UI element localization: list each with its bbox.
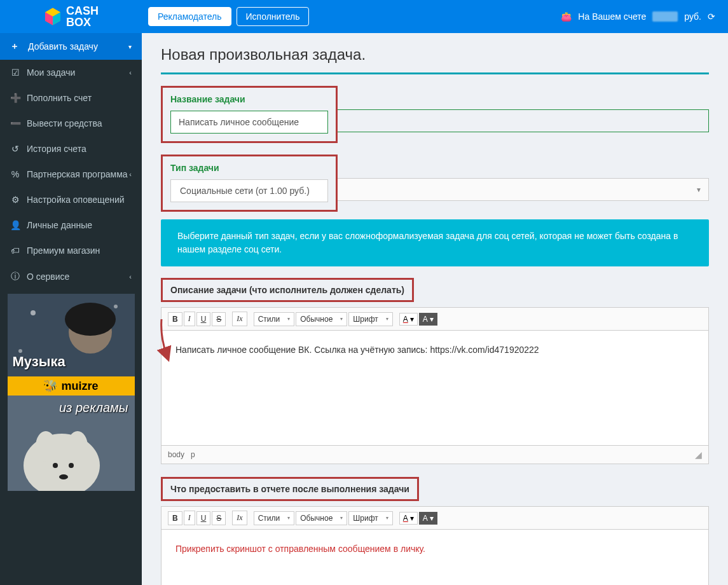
task-name-label: Название задачи: [170, 94, 328, 104]
add-task-label: Добавить задачу: [28, 41, 98, 52]
info-message: Выберите данный тип задач, если у вас сл…: [161, 219, 709, 266]
description-heading: Описание задачи (что исполнитель должен …: [161, 278, 414, 302]
bg-color-button[interactable]: A▾: [419, 313, 437, 326]
promo-image-top: Музыка: [8, 294, 135, 376]
sidebar-item-my-tasks[interactable]: ☑ Мои задачи ‹: [0, 60, 142, 85]
promo-text-ads: из рекламы: [59, 401, 128, 415]
sidebar-item-profile[interactable]: 👤 Личные данные: [0, 212, 142, 238]
sidebar-item-label: История счета: [27, 144, 86, 154]
plus-square-icon: ➕: [10, 93, 20, 103]
description-textarea[interactable]: Написать личное сообщение ВК. Ссылка на …: [161, 331, 708, 445]
strike-button[interactable]: S: [212, 312, 226, 326]
clear-format-button[interactable]: Ix: [232, 312, 247, 326]
plus-icon: ＋: [10, 41, 19, 52]
task-type-block: Тип задачи Социальные сети (от 1.00 руб.…: [161, 155, 338, 212]
sidebar-item-label: Премиум магазин: [27, 245, 100, 256]
title-divider: [161, 72, 709, 74]
logo-text: CASH BOX: [66, 5, 99, 28]
dropdown-caret-icon: ▼: [696, 186, 702, 193]
sidebar-item-label: Пополнить счет: [27, 93, 92, 103]
main-content: Новая произвольная задача. Название зада…: [142, 33, 728, 585]
sidebar-item-notifications[interactable]: ⚙ Настройка оповещений: [0, 187, 142, 212]
minus-square-icon: ➖: [10, 118, 20, 128]
task-type-label: Тип задачи: [170, 163, 328, 173]
sidebar-item-withdraw[interactable]: ➖ Вывести средства: [0, 111, 142, 136]
annotation-arrow-icon: [156, 318, 175, 362]
chevron-left-icon: ‹: [129, 273, 132, 280]
sliders-icon: ⚙: [10, 195, 20, 205]
editor-footer: body p ◢: [161, 445, 708, 464]
format-dropdown[interactable]: Обычное▾: [296, 312, 347, 326]
refresh-icon[interactable]: ⟳: [708, 11, 715, 22]
logo-cube-icon: [43, 7, 62, 26]
sidebar-item-label: Личные данные: [27, 220, 92, 230]
balance-currency: руб.: [684, 11, 701, 22]
task-name-input-extension[interactable]: [338, 109, 709, 132]
sidebar-item-label: Настройка оповещений: [27, 195, 125, 205]
promo-text-music: Музыка: [13, 354, 65, 370]
add-task-button[interactable]: ＋ Добавить задачу ▾: [0, 33, 142, 60]
underline-button[interactable]: U: [196, 312, 211, 326]
report-editor: B I U S Ix Стили▾ Обычное▾ Шрифт▾ A▾ A▾ …: [161, 506, 709, 585]
clear-format-button[interactable]: Ix: [232, 511, 247, 525]
sidebar: ＋ Добавить задачу ▾ ☑ Мои задачи ‹ ➕ Поп…: [0, 33, 142, 585]
task-type-select-extension[interactable]: ▼: [338, 178, 709, 201]
executor-button[interactable]: Исполнитель: [237, 7, 310, 26]
editor-toolbar: B I U S Ix Стили▾ Обычное▾ Шрифт▾ A▾ A▾: [161, 308, 708, 331]
svg-point-7: [31, 310, 36, 315]
wallet-icon: 👛: [561, 11, 572, 22]
advertiser-button[interactable]: Рекламодатель: [148, 7, 231, 26]
tag-icon: 🏷: [10, 245, 20, 256]
svg-point-16: [59, 474, 68, 479]
balance-label: На Вашем счете: [578, 11, 646, 22]
svg-point-14: [53, 463, 58, 468]
sidebar-item-label: Вывести средства: [27, 118, 102, 128]
format-dropdown[interactable]: Обычное▾: [296, 511, 347, 525]
sidebar-item-label: Мои задачи: [27, 67, 75, 78]
logo[interactable]: CASH BOX: [0, 0, 142, 33]
description-text: Написать личное сообщение ВК. Ссылка на …: [175, 345, 539, 355]
text-color-button[interactable]: A▾: [399, 313, 418, 326]
sidebar-item-premium[interactable]: 🏷 Премиум магазин: [0, 238, 142, 263]
italic-button[interactable]: I: [184, 312, 195, 326]
promo-brand-band: 🐝muizre: [8, 376, 135, 396]
sidebar-item-label: О сервисе: [27, 272, 69, 282]
chevron-left-icon: ‹: [129, 170, 132, 178]
sidebar-item-history[interactable]: ↺ История счета: [0, 136, 142, 162]
task-type-select[interactable]: Социальные сети (от 1.00 руб.): [170, 179, 328, 202]
styles-dropdown[interactable]: Стили▾: [254, 511, 295, 525]
user-icon: 👤: [10, 220, 20, 230]
footer-body-tag[interactable]: body: [168, 450, 184, 459]
sidebar-item-topup[interactable]: ➕ Пополнить счет: [0, 85, 142, 111]
italic-button[interactable]: I: [184, 511, 195, 525]
styles-dropdown[interactable]: Стили▾: [254, 312, 295, 326]
underline-button[interactable]: U: [196, 511, 211, 525]
footer-p-tag[interactable]: p: [191, 450, 195, 459]
font-dropdown[interactable]: Шрифт▾: [348, 312, 392, 326]
promo-image-bottom: из рекламы: [8, 396, 135, 491]
chevron-left-icon: ‹: [129, 69, 132, 76]
text-color-button[interactable]: A▾: [399, 512, 418, 525]
svg-point-8: [114, 305, 118, 308]
bug-icon: 🐝: [43, 380, 57, 392]
bg-color-button[interactable]: A▾: [419, 512, 437, 525]
info-icon: ⓘ: [10, 271, 20, 282]
strike-button[interactable]: S: [212, 511, 226, 525]
report-textarea[interactable]: Прикрепить скриншот с отправленным сообщ…: [161, 530, 708, 585]
description-editor: B I U S Ix Стили▾ Обычное▾ Шрифт▾ A▾ A▾: [161, 307, 709, 464]
promo-banner[interactable]: Музыка 🐝muizre из рекламы: [8, 294, 135, 491]
caret-down-icon: ▾: [128, 43, 132, 50]
svg-point-13: [67, 431, 88, 462]
font-dropdown[interactable]: Шрифт▾: [348, 511, 392, 525]
report-heading: Что предоставить в отчете после выполнен…: [161, 477, 419, 501]
percent-icon: %: [10, 169, 20, 179]
resize-handle-icon[interactable]: ◢: [695, 450, 702, 460]
sidebar-item-label: Партнерская программа: [27, 169, 128, 179]
page-title: Новая произвольная задача.: [161, 46, 709, 64]
editor-toolbar: B I U S Ix Стили▾ Обычное▾ Шрифт▾ A▾ A▾: [161, 507, 708, 530]
bold-button[interactable]: B: [168, 511, 182, 525]
sidebar-item-about[interactable]: ⓘ О сервисе ‹: [0, 263, 142, 290]
svg-point-15: [69, 463, 74, 468]
sidebar-item-partner[interactable]: % Партнерская программа ‹: [0, 162, 142, 187]
task-name-input[interactable]: [170, 111, 328, 134]
